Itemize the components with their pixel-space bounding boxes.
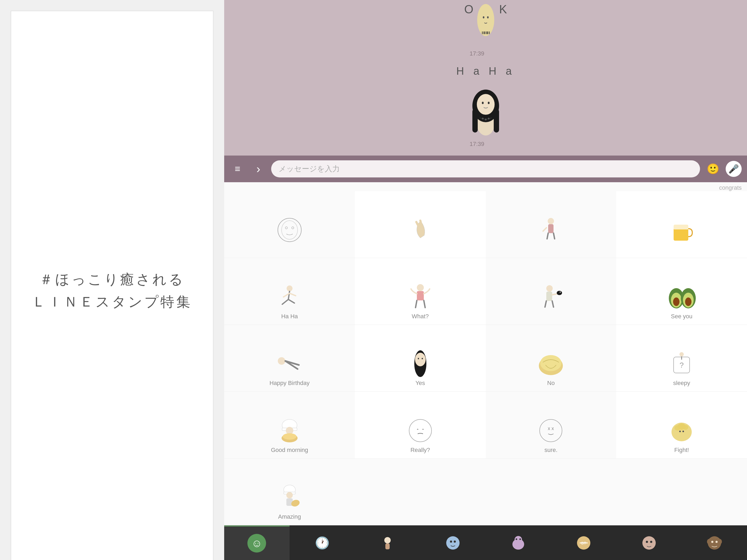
sticker-img-6 xyxy=(404,284,436,310)
sticker-caption-8: See you xyxy=(671,313,693,320)
message-input-wrap[interactable]: メッセージを入力 xyxy=(271,160,700,178)
sticker-cell-5[interactable]: Ha Ha xyxy=(224,258,355,325)
tab-sticker-1[interactable] xyxy=(355,526,420,560)
sticker-cell-4[interactable] xyxy=(616,191,747,258)
input-placeholder: メッセージを入力 xyxy=(279,164,340,174)
sticker-caption-11: Yes xyxy=(415,380,425,387)
sticker-caption-14: Good morning xyxy=(271,447,308,454)
sticker-tab-6 xyxy=(704,532,725,554)
sticker-cell-12[interactable]: ? sleepy xyxy=(616,325,747,392)
svg-point-24 xyxy=(292,227,294,229)
menu-icon: ≡ xyxy=(235,163,240,175)
sticker-cell-11[interactable]: No xyxy=(486,325,617,392)
sticker-cell-15[interactable]: Really? xyxy=(355,392,486,458)
svg-line-31 xyxy=(543,228,546,231)
svg-point-86 xyxy=(286,492,293,498)
sticker-cell-18[interactable]: Amazing xyxy=(224,459,355,525)
tab-sticker-3[interactable] xyxy=(486,526,551,560)
menu-button[interactable]: ≡ xyxy=(230,161,246,177)
svg-point-102 xyxy=(646,541,648,543)
sticker-img-18 xyxy=(274,484,306,511)
sticker-cell-10[interactable]: Yes xyxy=(355,325,486,392)
sticker-cell-7[interactable] xyxy=(486,258,617,325)
tab-recent[interactable]: 🕐 xyxy=(289,526,355,560)
svg-point-49 xyxy=(557,291,562,295)
svg-point-67 xyxy=(679,352,684,356)
svg-rect-14 xyxy=(472,109,478,133)
svg-line-35 xyxy=(288,291,289,299)
svg-line-36 xyxy=(282,299,288,304)
svg-point-108 xyxy=(718,539,722,544)
left-panel: ＃ほっこり癒される ＬＩＮＥスタンプ特集 xyxy=(11,11,213,560)
svg-point-63 xyxy=(422,358,423,359)
svg-point-83 xyxy=(682,431,684,432)
mic-icon: 🎤 xyxy=(728,164,739,174)
sticker-tab-3 xyxy=(508,532,529,554)
svg-point-61 xyxy=(415,353,426,366)
svg-rect-6 xyxy=(485,31,486,34)
svg-point-74 xyxy=(283,433,297,440)
svg-point-44 xyxy=(546,285,553,292)
sticker-ok-block: OK xyxy=(459,0,512,57)
sticker-cell-2[interactable] xyxy=(355,191,486,258)
emoji-button[interactable]: 🙂 xyxy=(705,161,721,177)
svg-line-46 xyxy=(545,301,546,307)
svg-point-50 xyxy=(560,292,561,293)
sticker-img-13 xyxy=(274,417,306,444)
svg-point-40 xyxy=(417,284,424,291)
svg-line-47 xyxy=(552,301,553,307)
sticker-img-17 xyxy=(666,417,698,444)
tab-sticker-6[interactable] xyxy=(681,526,747,560)
girl-sticker-svg xyxy=(459,85,512,138)
svg-point-56 xyxy=(685,297,692,306)
svg-point-107 xyxy=(707,539,711,544)
sticker-img-12: ? xyxy=(666,350,698,377)
svg-rect-45 xyxy=(546,292,552,301)
svg-point-23 xyxy=(285,227,287,229)
chevron-button[interactable]: › xyxy=(250,161,266,177)
tab-sticker-4[interactable]: BT xyxy=(551,526,616,560)
svg-point-34 xyxy=(287,286,292,291)
svg-point-103 xyxy=(650,541,652,543)
sticker-cell-1[interactable] xyxy=(224,191,355,258)
svg-point-0 xyxy=(477,4,494,36)
svg-line-25 xyxy=(416,222,419,227)
svg-point-81 xyxy=(678,423,686,430)
tab-sticker-5[interactable] xyxy=(616,526,681,560)
svg-rect-15 xyxy=(494,109,499,133)
svg-rect-3 xyxy=(482,31,483,34)
svg-point-19 xyxy=(485,119,487,121)
sticker-img-16: x x xyxy=(535,417,567,444)
clock-tab-icon: 🕐 xyxy=(313,534,332,552)
sticker-caption-13: sleepy xyxy=(673,380,690,387)
sticker-cell-13[interactable]: Good morning xyxy=(224,392,355,458)
svg-line-48 xyxy=(552,294,558,295)
sticker-cell-16[interactable]: x x sure. xyxy=(486,392,617,458)
tab-sticker-2[interactable] xyxy=(420,526,486,560)
sticker-img-10 xyxy=(404,350,436,377)
sticker-tab-2 xyxy=(442,532,464,554)
svg-point-65 xyxy=(540,355,562,371)
svg-line-26 xyxy=(420,221,422,226)
sticker-cell-9[interactable]: Happy Birthday xyxy=(224,325,355,392)
svg-point-57 xyxy=(278,357,285,365)
sticker-cell-17[interactable]: Fight! xyxy=(616,392,747,458)
svg-point-27 xyxy=(548,218,554,224)
sticker-tab-4: BT xyxy=(573,532,594,554)
emoji-tab-icon: ☺ xyxy=(248,534,266,553)
sticker-girl-block: 17:39 xyxy=(459,85,512,148)
sticker-img-11 xyxy=(535,350,567,377)
chat-area: OK xyxy=(224,0,747,156)
svg-rect-5 xyxy=(484,31,485,34)
svg-point-89 xyxy=(384,537,391,543)
sticker-cell-6[interactable]: What? xyxy=(355,258,486,325)
sticker-cell-3[interactable] xyxy=(486,191,617,258)
sticker-cell-8[interactable]: See you xyxy=(616,258,747,325)
sticker-ok: OK xyxy=(459,0,512,48)
svg-point-97 xyxy=(519,538,521,540)
mic-button[interactable]: 🎤 xyxy=(726,161,742,177)
tab-emoji[interactable]: ☺ xyxy=(224,526,289,560)
svg-point-72 xyxy=(286,427,293,434)
svg-rect-41 xyxy=(417,291,424,300)
sticker-img-8 xyxy=(666,284,698,310)
